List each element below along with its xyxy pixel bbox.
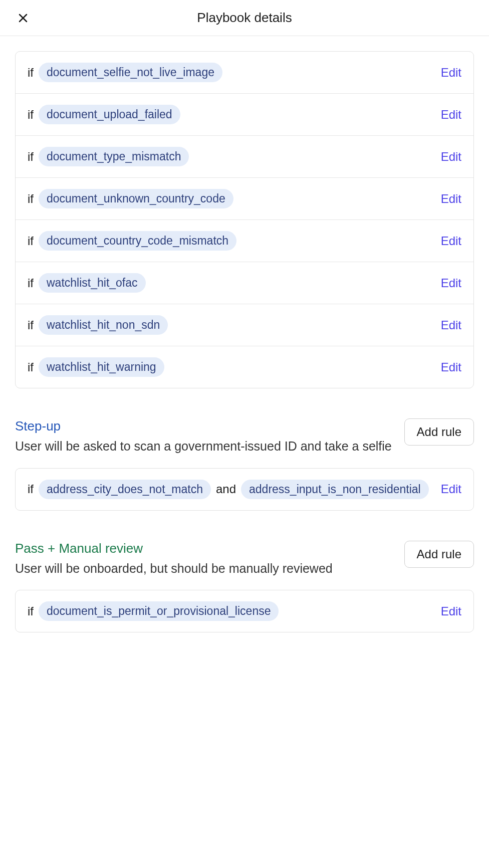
edit-button[interactable]: Edit bbox=[441, 66, 461, 80]
condition-chip: address_input_is_non_residential bbox=[241, 480, 429, 499]
page-title: Playbook details bbox=[15, 10, 474, 26]
if-label: if bbox=[28, 604, 34, 618]
top-rules-container: ifdocument_selfie_not_live_imageEditifdo… bbox=[15, 51, 474, 388]
edit-button[interactable]: Edit bbox=[441, 150, 461, 164]
stepup-title: Step-up bbox=[15, 418, 394, 434]
rule-conditions: ifwatchlist_hit_warning bbox=[28, 357, 433, 377]
rule-row: ifwatchlist_hit_ofacEdit bbox=[16, 262, 473, 304]
stepup-text: Step-up User will be asked to scan a gov… bbox=[15, 418, 394, 456]
rule-conditions: ifdocument_unknown_country_code bbox=[28, 189, 433, 208]
stepup-desc: User will be asked to scan a government-… bbox=[15, 437, 394, 456]
edit-button[interactable]: Edit bbox=[441, 192, 461, 206]
if-label: if bbox=[28, 360, 34, 374]
edit-button[interactable]: Edit bbox=[441, 108, 461, 122]
rule-row: ifdocument_selfie_not_live_imageEdit bbox=[16, 52, 473, 94]
rule-row: ifdocument_upload_failedEdit bbox=[16, 94, 473, 136]
pass-section: Pass + Manual review User will be onboar… bbox=[15, 541, 474, 633]
rule-conditions: ifaddress_city_does_not_matchandaddress_… bbox=[28, 480, 433, 499]
rule-row: ifwatchlist_hit_warningEdit bbox=[16, 346, 473, 388]
rule-conditions: ifdocument_is_permit_or_provisional_lice… bbox=[28, 601, 433, 621]
rule-row: ifaddress_city_does_not_matchandaddress_… bbox=[16, 469, 473, 510]
close-button[interactable] bbox=[15, 10, 31, 26]
condition-chip: document_type_mismatch bbox=[39, 147, 189, 166]
edit-button[interactable]: Edit bbox=[441, 604, 461, 618]
condition-chip: watchlist_hit_non_sdn bbox=[39, 315, 168, 335]
add-rule-button-pass[interactable]: Add rule bbox=[404, 541, 474, 568]
pass-desc: User will be onboarded, but should be ma… bbox=[15, 559, 394, 578]
content: ifdocument_selfie_not_live_imageEditifdo… bbox=[0, 36, 489, 668]
if-label: if bbox=[28, 482, 34, 496]
edit-button[interactable]: Edit bbox=[441, 276, 461, 290]
rule-conditions: ifdocument_type_mismatch bbox=[28, 147, 433, 166]
pass-rules-container: ifdocument_is_permit_or_provisional_lice… bbox=[15, 590, 474, 632]
if-label: if bbox=[28, 108, 34, 122]
rule-row: ifwatchlist_hit_non_sdnEdit bbox=[16, 304, 473, 346]
rule-row: ifdocument_country_code_mismatchEdit bbox=[16, 220, 473, 262]
edit-button[interactable]: Edit bbox=[441, 360, 461, 374]
if-label: if bbox=[28, 192, 34, 206]
stepup-rules-container: ifaddress_city_does_not_matchandaddress_… bbox=[15, 468, 474, 511]
rule-conditions: ifwatchlist_hit_ofac bbox=[28, 273, 433, 293]
condition-chip: watchlist_hit_warning bbox=[39, 357, 164, 377]
if-label: if bbox=[28, 318, 34, 332]
rule-conditions: ifwatchlist_hit_non_sdn bbox=[28, 315, 433, 335]
if-label: if bbox=[28, 66, 34, 80]
edit-button[interactable]: Edit bbox=[441, 318, 461, 332]
close-icon bbox=[17, 12, 29, 24]
rule-row: ifdocument_unknown_country_codeEdit bbox=[16, 178, 473, 220]
pass-header: Pass + Manual review User will be onboar… bbox=[15, 541, 474, 578]
if-label: if bbox=[28, 234, 34, 248]
condition-chip: address_city_does_not_match bbox=[39, 480, 211, 499]
condition-chip: document_unknown_country_code bbox=[39, 189, 233, 208]
header: Playbook details bbox=[0, 0, 489, 36]
add-rule-button-stepup[interactable]: Add rule bbox=[404, 418, 474, 446]
if-label: if bbox=[28, 150, 34, 164]
condition-chip: document_is_permit_or_provisional_licens… bbox=[39, 601, 279, 621]
and-label: and bbox=[216, 482, 236, 496]
condition-chip: watchlist_hit_ofac bbox=[39, 273, 146, 293]
if-label: if bbox=[28, 276, 34, 290]
stepup-section: Step-up User will be asked to scan a gov… bbox=[15, 418, 474, 511]
pass-text: Pass + Manual review User will be onboar… bbox=[15, 541, 394, 578]
rule-conditions: ifdocument_selfie_not_live_image bbox=[28, 63, 433, 82]
edit-button[interactable]: Edit bbox=[441, 482, 461, 496]
condition-chip: document_selfie_not_live_image bbox=[39, 63, 222, 82]
rule-row: ifdocument_type_mismatchEdit bbox=[16, 136, 473, 178]
condition-chip: document_country_code_mismatch bbox=[39, 231, 236, 251]
pass-title: Pass + Manual review bbox=[15, 541, 394, 556]
condition-chip: document_upload_failed bbox=[39, 105, 180, 124]
rule-conditions: ifdocument_upload_failed bbox=[28, 105, 433, 124]
rule-conditions: ifdocument_country_code_mismatch bbox=[28, 231, 433, 251]
stepup-header: Step-up User will be asked to scan a gov… bbox=[15, 418, 474, 456]
edit-button[interactable]: Edit bbox=[441, 234, 461, 248]
rule-row: ifdocument_is_permit_or_provisional_lice… bbox=[16, 590, 473, 632]
